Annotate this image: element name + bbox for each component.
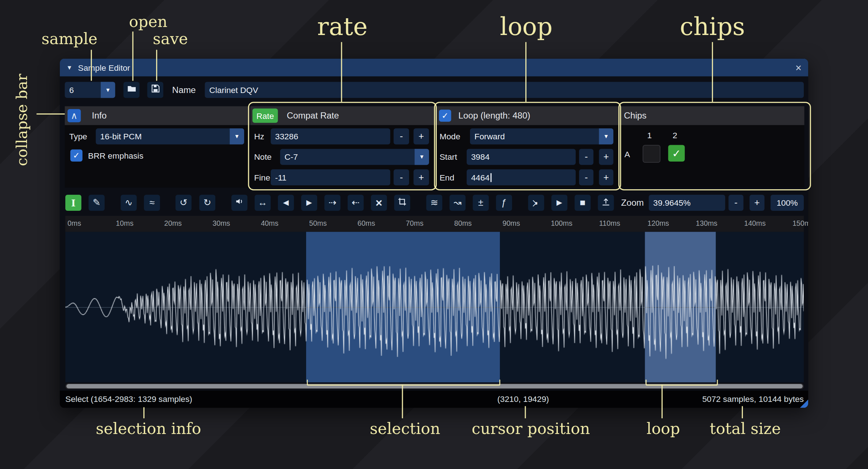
preview-sample-button[interactable] — [231, 195, 247, 211]
horizontal-scrollbar[interactable] — [65, 383, 804, 389]
loop-end-minus-button[interactable]: - — [579, 169, 593, 185]
crossfade-button[interactable]: ↘ ↗ — [528, 195, 544, 211]
layered-waves-icon: ≋ — [430, 197, 438, 209]
sample-select-dropdown[interactable]: 6 ▼ — [65, 82, 115, 98]
waveform-canvas[interactable] — [65, 232, 804, 383]
folder-open-icon — [127, 84, 136, 96]
brr-emphasis-checkbox[interactable]: ✓ — [70, 150, 82, 162]
dashed-arrow-left-icon: ⇠ — [352, 197, 360, 209]
trim-crop-button[interactable] — [394, 195, 410, 211]
chevron-down-icon[interactable]: ▼ — [599, 128, 613, 144]
play-left-icon: ◄ — [281, 197, 291, 208]
zoom-reset-button[interactable]: 100% — [771, 195, 804, 211]
resample-button[interactable]: ≈ — [144, 195, 160, 211]
layered-waves-button[interactable]: ≋ — [426, 195, 442, 211]
name-input[interactable]: Clarinet DQV — [205, 82, 804, 98]
fine-input[interactable]: -11 — [271, 169, 390, 185]
note-dropdown[interactable]: C-7 ▼ — [280, 149, 429, 165]
type-label: Type — [69, 132, 87, 141]
fine-plus-button[interactable]: + — [413, 169, 429, 185]
hz-input[interactable]: 33286 — [271, 128, 390, 144]
sample-type-value: 16-bit PCM — [100, 132, 142, 141]
waveform-view[interactable] — [65, 232, 804, 383]
close-icon[interactable]: × — [795, 62, 802, 73]
status-bar: Select (1654-2983: 1329 samples) (3210, … — [60, 391, 808, 408]
plus-minus-icon: ± — [478, 197, 483, 208]
loop-enable-checkbox[interactable]: ✓ — [439, 109, 451, 121]
chevron-down-icon[interactable]: ▼ — [414, 149, 429, 165]
loop-end-input[interactable]: 4464 — [467, 169, 576, 185]
cursor-position-text: (3210, 19429) — [497, 394, 549, 403]
chip-2-checkbox[interactable]: ✓ — [668, 145, 685, 162]
chevron-down-icon[interactable]: ▼ — [230, 128, 244, 144]
resize-sample-button[interactable]: ∿ — [121, 195, 137, 211]
zoom-in-button[interactable]: + — [749, 195, 764, 211]
window-collapse-icon[interactable]: ▼ — [66, 64, 73, 71]
play-button[interactable]: ► — [551, 195, 567, 211]
amplify-button[interactable]: ± — [473, 195, 489, 211]
chevron-down-icon[interactable]: ▼ — [101, 82, 115, 98]
chips-header-label: Chips — [624, 111, 647, 120]
zoom-input[interactable]: 39.9645% — [649, 195, 725, 211]
hz-plus-button[interactable]: + — [413, 128, 429, 144]
compat-rate-label: Compat Rate — [287, 111, 339, 120]
timeline-tick: 100ms — [551, 219, 572, 228]
chips-col-2-label: 2 — [672, 131, 677, 140]
save-sample-button[interactable] — [147, 82, 163, 98]
loop-section: ✓ Loop (length: 480) Mode Forward ▼ Star… — [435, 106, 618, 187]
titlebar[interactable]: ▼ Sample Editor × — [60, 59, 808, 77]
loop-end-plus-button[interactable]: + — [599, 169, 613, 185]
delete-selection-button[interactable]: × — [371, 195, 387, 211]
loop-mode-dropdown[interactable]: Forward ▼ — [470, 128, 613, 144]
timeline-ruler[interactable]: 0ms10ms20ms30ms40ms50ms60ms70ms80ms90ms1… — [65, 216, 804, 232]
timeline-tick: 70ms — [406, 219, 423, 228]
check-icon: ✓ — [672, 147, 681, 160]
export-button[interactable] — [598, 195, 614, 211]
select-tool-button[interactable]: I — [65, 195, 81, 211]
timeline-tick: 110ms — [599, 219, 620, 228]
zoom-out-button[interactable]: - — [729, 195, 744, 211]
note-label: Note — [254, 152, 271, 162]
filter-button[interactable]: ƒ — [496, 195, 512, 211]
loop-end-label: End — [440, 173, 455, 182]
rate-toggle-button[interactable]: Rate — [252, 108, 278, 123]
timeline-tick: 90ms — [502, 219, 520, 228]
loop-start-input[interactable]: 3984 — [467, 149, 576, 165]
loop-start-minus-button[interactable]: - — [579, 149, 593, 165]
marker-dot-button[interactable]: ⇠ — [348, 195, 364, 211]
x-delete-icon: × — [375, 196, 382, 209]
sample-type-dropdown[interactable]: 16-bit PCM ▼ — [96, 128, 244, 144]
play-right-icon: ► — [305, 197, 314, 208]
wavetable-button[interactable]: ↝ — [450, 195, 466, 211]
chip-1-checkbox[interactable] — [643, 145, 660, 163]
timeline-tick: 60ms — [358, 219, 375, 228]
hz-minus-button[interactable]: - — [394, 128, 409, 144]
play-backward-button[interactable]: ◄ — [278, 195, 294, 211]
rate-section: Rate Compat Rate Hz 33286 - + Note C-7 ▼… — [250, 106, 434, 187]
undo-button[interactable]: ↺ — [175, 195, 192, 211]
timeline-tick: 10ms — [116, 219, 134, 228]
sample-select-value: 6 — [69, 85, 74, 95]
info-header-label: Info — [92, 111, 107, 120]
loop-start-plus-button[interactable]: + — [599, 149, 613, 165]
stop-button[interactable]: ■ — [575, 195, 591, 211]
collapse-bar-button[interactable]: ∧ — [67, 109, 81, 122]
marker-dash-button[interactable]: ⇢ — [324, 195, 340, 211]
crop-icon — [397, 197, 407, 209]
draw-tool-button[interactable]: ✎ — [89, 195, 105, 211]
window-title: Sample Editor — [78, 63, 130, 72]
loop-header-label: Loop (length: 480) — [458, 111, 530, 120]
play-forward-button[interactable]: ► — [301, 195, 317, 211]
fine-minus-button[interactable]: - — [394, 169, 409, 185]
wave-resize-icon: ∿ — [125, 197, 133, 209]
scrollbar-thumb[interactable] — [66, 384, 803, 388]
redo-button[interactable]: ↻ — [199, 195, 215, 211]
fine-label: Fine — [254, 173, 270, 182]
note-value: C-7 — [285, 152, 298, 162]
sample-editor-window: ▼ Sample Editor × 6 ▼ Name Clarinet DQV — [60, 59, 808, 408]
loop-start-label: Start — [440, 152, 457, 162]
stretch-button[interactable]: ↔ — [255, 195, 271, 211]
timeline-tick: 30ms — [212, 219, 230, 228]
hz-value: 33286 — [275, 132, 298, 141]
open-sample-button[interactable] — [123, 82, 139, 98]
